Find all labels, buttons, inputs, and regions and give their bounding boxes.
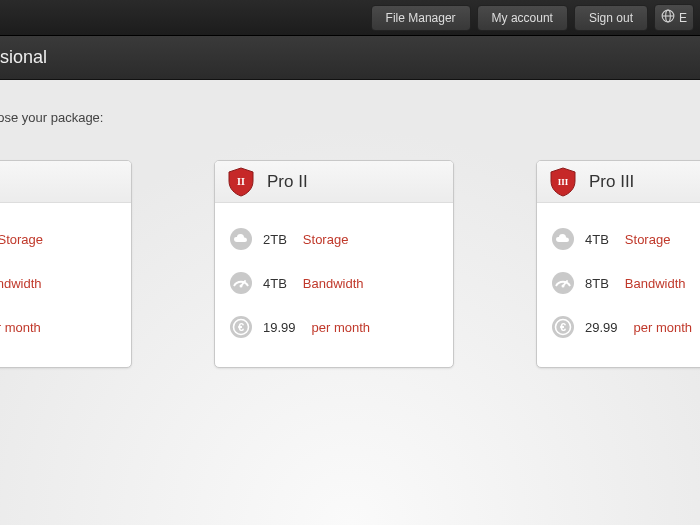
price-value: 29.99 bbox=[585, 320, 618, 335]
svg-point-13 bbox=[230, 272, 252, 294]
svg-text:€: € bbox=[238, 321, 244, 333]
package-body: 2TB Storage 4TB Bandwidth € 19.99 per mo… bbox=[215, 203, 453, 367]
bandwidth-label: Bandwidth bbox=[303, 276, 364, 291]
bandwidth-value: 8TB bbox=[585, 276, 609, 291]
price-label: per month bbox=[0, 320, 41, 335]
storage-row: 4TB Storage bbox=[551, 217, 700, 261]
storage-value: 2TB bbox=[263, 232, 287, 247]
packages-row: I Pro I 500GB Storage 1TB Bandwi bbox=[0, 160, 700, 368]
storage-row: 500GB Storage bbox=[0, 217, 117, 261]
shield-badge-icon: II bbox=[227, 167, 255, 197]
euro-icon: € bbox=[229, 315, 253, 339]
svg-point-21 bbox=[552, 272, 574, 294]
language-selector[interactable]: E bbox=[654, 4, 694, 31]
bandwidth-label: Bandwidth bbox=[625, 276, 686, 291]
language-label: E bbox=[679, 11, 687, 25]
package-card-pro-1[interactable]: I Pro I 500GB Storage 1TB Bandwi bbox=[0, 160, 132, 368]
package-header: III Pro III bbox=[537, 161, 700, 203]
package-header: II Pro II bbox=[215, 161, 453, 203]
price-row: € 9.99 per month bbox=[0, 305, 117, 349]
storage-label: Storage bbox=[303, 232, 349, 247]
package-header: I Pro I bbox=[0, 161, 131, 203]
package-body: 500GB Storage 1TB Bandwidth € 9.99 per m… bbox=[0, 203, 131, 367]
globe-icon bbox=[661, 9, 675, 26]
svg-text:III: III bbox=[558, 177, 569, 187]
file-manager-button[interactable]: File Manager bbox=[371, 5, 471, 31]
package-name: Pro III bbox=[589, 172, 634, 192]
svg-text:€: € bbox=[560, 321, 566, 333]
content-area: oose your package: I Pro I 500GB Storage bbox=[0, 80, 700, 525]
euro-icon: € bbox=[551, 315, 575, 339]
bandwidth-row: 1TB Bandwidth bbox=[0, 261, 117, 305]
storage-label: Storage bbox=[0, 232, 43, 247]
svg-text:II: II bbox=[237, 176, 245, 187]
shield-badge-icon: III bbox=[549, 167, 577, 197]
my-account-button[interactable]: My account bbox=[477, 5, 568, 31]
page-title: sional bbox=[0, 47, 47, 68]
package-card-pro-2[interactable]: II Pro II 2TB Storage 4TB Bandwi bbox=[214, 160, 454, 368]
choose-package-label: oose your package: bbox=[0, 110, 103, 125]
page-title-bar: sional bbox=[0, 36, 700, 80]
cloud-icon bbox=[229, 227, 253, 251]
price-value: 19.99 bbox=[263, 320, 296, 335]
storage-row: 2TB Storage bbox=[229, 217, 439, 261]
sign-out-button[interactable]: Sign out bbox=[574, 5, 648, 31]
gauge-icon bbox=[229, 271, 253, 295]
package-card-pro-3[interactable]: III Pro III 4TB Storage 8TB Band bbox=[536, 160, 700, 368]
bandwidth-row: 8TB Bandwidth bbox=[551, 261, 700, 305]
package-name: Pro II bbox=[267, 172, 308, 192]
svg-point-15 bbox=[240, 285, 243, 288]
price-label: per month bbox=[312, 320, 371, 335]
storage-label: Storage bbox=[625, 232, 671, 247]
svg-point-23 bbox=[562, 285, 565, 288]
price-row: € 19.99 per month bbox=[229, 305, 439, 349]
cloud-icon bbox=[551, 227, 575, 251]
bandwidth-label: Bandwidth bbox=[0, 276, 42, 291]
package-body: 4TB Storage 8TB Bandwidth € 29.99 per mo… bbox=[537, 203, 700, 367]
topbar: File Manager My account Sign out E bbox=[0, 0, 700, 36]
bandwidth-row: 4TB Bandwidth bbox=[229, 261, 439, 305]
gauge-icon bbox=[551, 271, 575, 295]
price-row: € 29.99 per month bbox=[551, 305, 700, 349]
storage-value: 4TB bbox=[585, 232, 609, 247]
price-label: per month bbox=[634, 320, 693, 335]
bandwidth-value: 4TB bbox=[263, 276, 287, 291]
